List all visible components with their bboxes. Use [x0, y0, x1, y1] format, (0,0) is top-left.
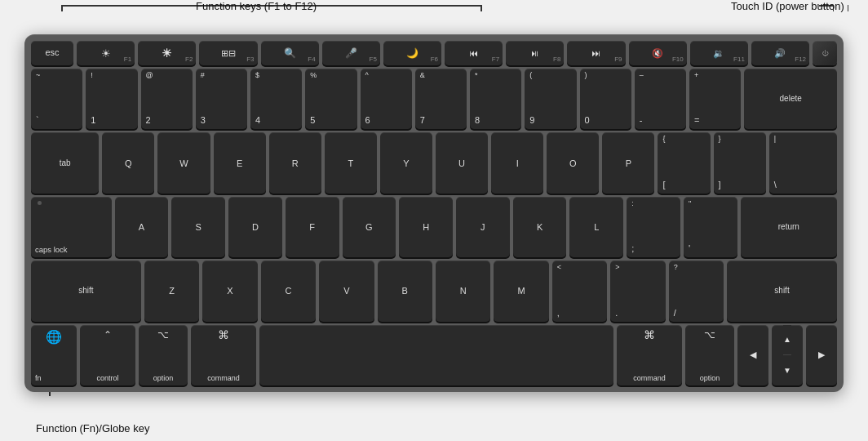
key-grave[interactable]: ~ `: [31, 69, 82, 129]
key-command-left[interactable]: ⌘ command: [191, 325, 256, 385]
key-fn-globe[interactable]: 🌐 fn: [31, 325, 77, 385]
key-comma[interactable]: < ,: [552, 261, 607, 321]
key-shift-right[interactable]: shift: [727, 261, 837, 321]
key-f5[interactable]: 🎤 F5: [322, 41, 380, 65]
key-f12[interactable]: 🔊 F12: [751, 41, 809, 65]
key-control[interactable]: ⌃ control: [80, 325, 135, 385]
key-command-right[interactable]: ⌘ command: [617, 325, 682, 385]
key-v[interactable]: V: [319, 261, 374, 321]
key-arrow-right[interactable]: ▶: [806, 325, 837, 385]
key-g[interactable]: G: [343, 197, 396, 257]
key-0[interactable]: ) 0: [580, 69, 631, 129]
key-z[interactable]: Z: [144, 261, 199, 321]
key-f7[interactable]: ⏮ F7: [445, 41, 503, 65]
key-l[interactable]: L: [569, 197, 623, 257]
key-e[interactable]: E: [214, 132, 266, 193]
key-u[interactable]: U: [436, 132, 488, 193]
key-p[interactable]: P: [602, 132, 654, 193]
key-f1[interactable]: ☀ F1: [77, 41, 135, 65]
key-6[interactable]: ^ 6: [361, 69, 412, 129]
key-k[interactable]: K: [513, 197, 567, 257]
key-f8[interactable]: ⏯ F8: [506, 41, 564, 65]
key-b[interactable]: B: [378, 261, 432, 321]
key-a[interactable]: A: [115, 197, 169, 257]
key-9[interactable]: ( 9: [525, 69, 576, 129]
key-quote[interactable]: " ': [684, 197, 737, 257]
key-r[interactable]: R: [269, 132, 321, 193]
key-slash[interactable]: ? /: [669, 261, 724, 321]
key-o[interactable]: O: [547, 132, 599, 193]
keyboard: esc ☀ F1 ☀ F2 ⊞⊟ F3 🔍 F4: [24, 34, 844, 392]
key-return[interactable]: return: [741, 197, 837, 257]
key-spacebar[interactable]: [259, 325, 613, 385]
key-arrow-up[interactable]: ▲: [783, 325, 791, 356]
key-f6[interactable]: 🌙 F6: [383, 41, 441, 65]
key-4[interactable]: $ 4: [250, 69, 302, 129]
key-x[interactable]: X: [202, 261, 257, 321]
key-tab[interactable]: tab: [31, 132, 99, 193]
key-c[interactable]: C: [261, 261, 316, 321]
key-q[interactable]: Q: [102, 132, 154, 193]
key-n[interactable]: N: [436, 261, 490, 321]
key-f4[interactable]: 🔍 F4: [261, 41, 319, 65]
key-semicolon[interactable]: : ;: [627, 197, 680, 257]
key-j[interactable]: J: [456, 197, 510, 257]
key-f9[interactable]: ⏭ F9: [567, 41, 625, 65]
key-w[interactable]: W: [157, 132, 210, 193]
key-f10[interactable]: 🔇 F10: [629, 41, 687, 65]
key-5[interactable]: % 5: [305, 69, 356, 129]
key-shift-left[interactable]: shift: [31, 261, 141, 321]
key-arrow-down[interactable]: ▼: [783, 355, 791, 385]
key-lbracket[interactable]: { [: [658, 132, 710, 193]
key-m[interactable]: M: [494, 261, 548, 321]
key-s[interactable]: S: [171, 197, 225, 257]
key-f[interactable]: F: [286, 197, 339, 257]
key-7[interactable]: & 7: [415, 69, 467, 129]
key-caps-lock[interactable]: caps lock: [31, 197, 112, 257]
key-f3[interactable]: ⊞⊟ F3: [199, 41, 257, 65]
key-minus[interactable]: – -: [635, 69, 686, 129]
key-touch-id[interactable]: ⏻: [813, 41, 837, 65]
fn-keys-label: Function keys (F1 to F12): [196, 0, 317, 12]
key-rbracket[interactable]: } ]: [714, 132, 766, 193]
key-8[interactable]: * 8: [470, 69, 521, 129]
key-equals[interactable]: + =: [689, 69, 741, 129]
key-3[interactable]: # 3: [196, 69, 247, 129]
key-1[interactable]: ! 1: [86, 69, 137, 129]
key-i[interactable]: I: [491, 132, 543, 193]
key-arrow-left[interactable]: ◀: [737, 325, 768, 385]
key-option-left[interactable]: ⌥ option: [139, 325, 188, 385]
key-period[interactable]: > .: [610, 261, 665, 321]
key-backslash[interactable]: | \: [769, 132, 837, 193]
key-arrow-up-down: ▲ ▼: [772, 325, 803, 385]
key-f2[interactable]: ☀ F2: [138, 41, 196, 65]
key-option-right[interactable]: ⌥ option: [685, 325, 734, 385]
key-delete[interactable]: delete: [744, 69, 837, 129]
key-f11[interactable]: 🔉 F11: [690, 41, 748, 65]
key-2[interactable]: @ 2: [141, 69, 193, 129]
key-h[interactable]: H: [399, 197, 453, 257]
key-y[interactable]: Y: [380, 132, 432, 193]
touch-id-label: Touch ID (power button): [731, 0, 844, 12]
key-esc[interactable]: esc: [31, 41, 73, 65]
key-t[interactable]: T: [325, 132, 377, 193]
key-d[interactable]: D: [228, 197, 282, 257]
fn-globe-label: Function (Fn)/Globe key: [36, 422, 149, 434]
